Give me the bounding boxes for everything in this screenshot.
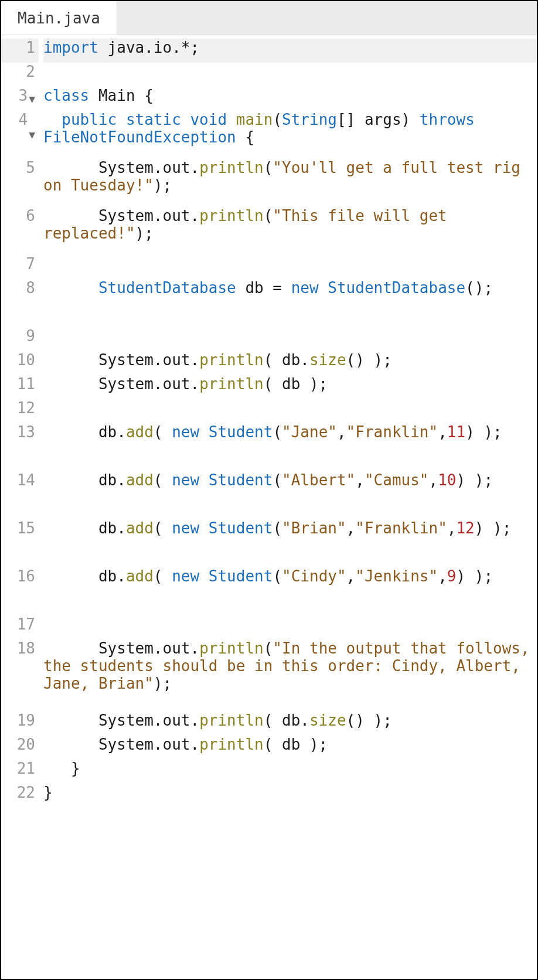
code-line-22[interactable]: } [43, 784, 537, 808]
line-number-17[interactable]: 17 [1, 615, 39, 639]
line-number-label: 7 [26, 255, 35, 273]
line-number-21[interactable]: 21 [1, 760, 39, 784]
line-number-label: 10 [17, 351, 35, 369]
tab-bar: Main.java [1, 1, 537, 35]
code-line-6[interactable]: System.out.println("This file will get r… [43, 207, 537, 255]
line-number-7[interactable]: 7 [1, 255, 39, 279]
line-number-13[interactable]: 13 [1, 423, 39, 471]
line-number-label: 11 [17, 375, 35, 393]
line-number-label: 3 [19, 87, 28, 104]
fold-toggle-icon[interactable]: ▼ [29, 130, 35, 140]
line-number-label: 5 [26, 159, 35, 176]
line-number-label: 1 [26, 39, 35, 56]
line-number-20[interactable]: 20 [1, 736, 39, 760]
line-number-label: 16 [17, 567, 35, 585]
code-line-5[interactable]: System.out.println("You'll get a full te… [43, 159, 537, 207]
code-line-18[interactable]: System.out.println("In the output that f… [43, 639, 537, 712]
line-number-gutter: 123▼4▼5678910111213141516171819202122 [1, 35, 39, 979]
line-number-3[interactable]: 3▼ [1, 87, 39, 111]
line-number-label: 8 [26, 279, 35, 297]
line-number-label: 19 [17, 712, 35, 729]
line-number-6[interactable]: 6 [1, 207, 39, 255]
line-number-14[interactable]: 14 [1, 471, 39, 519]
line-number-label: 2 [26, 63, 35, 80]
code-line-9[interactable] [43, 327, 537, 351]
line-number-label: 20 [17, 736, 35, 753]
line-number-16[interactable]: 16 [1, 567, 39, 615]
code-editor: Main.java 123▼4▼567891011121314151617181… [0, 0, 538, 980]
code-line-13[interactable]: db.add( new Student("Jane","Franklin",11… [43, 423, 537, 471]
line-number-label: 15 [17, 519, 35, 537]
line-number-label: 14 [17, 471, 35, 489]
code-line-4[interactable]: public static void main(String[] args) t… [43, 111, 537, 159]
code-line-19[interactable]: System.out.println( db.size() ); [43, 712, 537, 736]
code-line-11[interactable]: System.out.println( db ); [43, 375, 537, 399]
code-line-8[interactable]: StudentDatabase db = new StudentDatabase… [43, 279, 537, 327]
line-number-label: 18 [17, 639, 35, 657]
code-line-14[interactable]: db.add( new Student("Albert","Camus",10)… [43, 471, 537, 519]
code-line-21[interactable]: } [43, 760, 537, 784]
code-line-10[interactable]: System.out.println( db.size() ); [43, 351, 537, 375]
keyword-class: class [43, 87, 89, 104]
code-line-20[interactable]: System.out.println( db ); [43, 736, 537, 760]
line-number-label: 6 [26, 207, 35, 224]
line-number-4[interactable]: 4▼ [1, 111, 39, 159]
line-number-12[interactable]: 12 [1, 399, 39, 423]
code-area[interactable]: import java.io.*; class Main { public st… [39, 35, 537, 979]
code-line-15[interactable]: db.add( new Student("Brian","Franklin",1… [43, 519, 537, 567]
line-number-label: 17 [17, 615, 35, 633]
code-line-1[interactable]: import java.io.*; [43, 39, 537, 63]
code-line-17[interactable] [43, 615, 537, 639]
code-line-12[interactable] [43, 399, 537, 423]
code-container: 123▼4▼5678910111213141516171819202122 im… [1, 35, 537, 979]
line-number-label: 4 [19, 111, 28, 128]
line-number-label: 12 [17, 399, 35, 417]
line-number-label: 22 [17, 784, 35, 801]
line-number-22[interactable]: 22 [1, 784, 39, 808]
code-line-7[interactable] [43, 255, 537, 279]
code-line-3[interactable]: class Main { [43, 87, 537, 111]
line-number-2[interactable]: 2 [1, 63, 39, 87]
keyword-import: import [43, 39, 98, 56]
line-number-label: 9 [26, 327, 35, 345]
line-number-15[interactable]: 15 [1, 519, 39, 567]
code-line-16[interactable]: db.add( new Student("Cindy","Jenkins",9)… [43, 567, 537, 615]
tab-main-java[interactable]: Main.java [1, 1, 117, 35]
line-number-9[interactable]: 9 [1, 327, 39, 351]
line-number-label: 13 [17, 423, 35, 441]
code-line-2[interactable] [43, 63, 537, 87]
line-number-1[interactable]: 1 [1, 39, 39, 63]
line-number-10[interactable]: 10 [1, 351, 39, 375]
line-number-18[interactable]: 18 [1, 639, 39, 712]
line-number-8[interactable]: 8 [1, 279, 39, 327]
line-number-5[interactable]: 5 [1, 159, 39, 207]
line-number-11[interactable]: 11 [1, 375, 39, 399]
fold-toggle-icon[interactable]: ▼ [29, 94, 35, 104]
line-number-label: 21 [17, 760, 35, 777]
line-number-19[interactable]: 19 [1, 712, 39, 736]
